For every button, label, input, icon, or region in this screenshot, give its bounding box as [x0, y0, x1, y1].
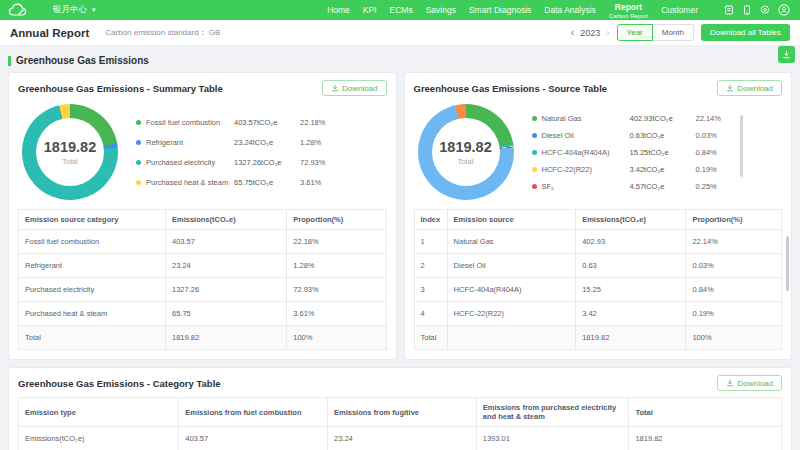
table-cell: 1393.01 — [476, 427, 629, 450]
table-cell: 15.25 — [576, 278, 686, 302]
prev-year-arrow[interactable]: ‹ — [571, 27, 574, 38]
legend-percent: 22.14% — [696, 114, 734, 123]
table-row[interactable]: Refrigerant23.241.28% — [19, 254, 387, 278]
table-row[interactable]: Purchased electricity1327.2672.93% — [19, 278, 387, 302]
table-scrollbar[interactable] — [786, 236, 789, 291]
source-donut-chart[interactable]: 1819.82 Total — [418, 104, 514, 200]
source-download-button[interactable]: Download — [717, 80, 782, 96]
table-row[interactable]: Fossil fuel combustion403.5722.18% — [19, 230, 387, 254]
table-cell: 100% — [686, 326, 782, 350]
year-toggle-button[interactable]: Year — [617, 24, 653, 41]
table-row[interactable]: Emissions(tCO₂e)403.5723.241393.011819.8… — [19, 427, 782, 450]
table-row[interactable]: Total1819.82100% — [19, 326, 387, 350]
legend-percent: 1.28% — [300, 138, 338, 147]
panel-title: Greenhouse Gas Emissions - Category Tabl… — [18, 378, 221, 389]
next-year-arrow[interactable]: › — [606, 27, 609, 38]
donut-total-label: Total — [62, 157, 78, 166]
nav-item-data-analysis[interactable]: Data Analysis — [544, 0, 596, 20]
table-cell: HCFC-404a(R404A) — [447, 278, 576, 302]
table-cell: Total — [19, 326, 166, 350]
table-row[interactable]: Total1819.82100% — [414, 326, 782, 350]
column-header: Emission source category — [19, 210, 166, 230]
column-header: Emissions from fuel combustion — [179, 398, 328, 427]
nav-item-savings[interactable]: Savings — [426, 0, 456, 20]
report-doc-icon[interactable] — [724, 5, 734, 15]
table-row[interactable]: 2Diesel Oil0.630.03% — [414, 254, 782, 278]
carbon-standard: Carbon emission standard： GB — [105, 27, 220, 38]
legend-label: Natural Gas — [542, 114, 630, 123]
download-all-tables-button[interactable]: Download all Tables — [701, 24, 790, 41]
legend-percent: 0.03% — [696, 131, 734, 140]
legend-scrollbar[interactable] — [740, 115, 743, 177]
column-header: Proportion(%) — [287, 210, 386, 230]
legend-item[interactable]: SF₆4.57tCO₂e0.25% — [532, 182, 734, 191]
table-cell: 1.28% — [287, 254, 386, 278]
donut-total-value: 1819.82 — [44, 139, 96, 155]
table-cell: 22.18% — [287, 230, 386, 254]
legend-percent: 3.61% — [300, 178, 338, 187]
legend-percent: 0.84% — [696, 148, 734, 157]
legend-value: 0.63tCO₂e — [630, 131, 696, 140]
summary-donut-chart[interactable]: 1819.82 Total — [22, 104, 118, 200]
table-cell — [447, 326, 576, 350]
column-header: Emissions from purchased electricity and… — [476, 398, 629, 427]
cloud-logo-icon — [8, 3, 34, 17]
nav-item-customer[interactable]: Customer — [661, 0, 698, 20]
brand-name: 银月中心 — [53, 4, 87, 16]
legend-value: 3.42tCO₂e — [630, 165, 696, 174]
column-header: Emissions(tCO₂e) — [576, 210, 686, 230]
legend-percent: 22.18% — [300, 118, 338, 127]
table-row[interactable]: 4HCFC-22(R22)3.420.19% — [414, 302, 782, 326]
nav-item-kpi[interactable]: KPI — [363, 0, 377, 20]
table-row[interactable]: Purchased heat & steam65.753.61% — [19, 302, 387, 326]
summary-download-button[interactable]: Download — [322, 80, 387, 96]
legend-item[interactable]: HCFC-404a(R404A)15.25tCO₂e0.84% — [532, 148, 734, 157]
nav-item-ecms[interactable]: ECMs — [390, 0, 413, 20]
summary-table: Emission source categoryEmissions(tCO₂e)… — [18, 209, 387, 350]
table-cell: Fossil fuel combustion — [19, 230, 166, 254]
table-cell: 22.14% — [686, 230, 782, 254]
year-value: 2023 — [580, 28, 600, 38]
table-cell: Total — [414, 326, 447, 350]
month-toggle-button[interactable]: Month — [653, 24, 694, 41]
table-cell: 0.84% — [686, 278, 782, 302]
legend-item[interactable]: HCFC-22(R22)3.42tCO₂e0.19% — [532, 165, 734, 174]
nav-item-report[interactable]: ReportCarbon Report — [609, 0, 648, 21]
table-cell: 1819.82 — [166, 326, 287, 350]
table-cell: Diesel Oil — [447, 254, 576, 278]
year-navigator: ‹ 2023 › — [571, 27, 610, 38]
legend-item[interactable]: Purchased heat & steam65.75tCO₂e3.61% — [136, 178, 338, 187]
avatar[interactable] — [778, 4, 790, 16]
app-root: 银月中心 ▾ HomeKPIECMsSavingsSmart Diagnosis… — [0, 0, 800, 450]
table-cell: Refrigerant — [19, 254, 166, 278]
legend-value: 1327.26tCO₂e — [234, 158, 300, 167]
legend-item[interactable]: Fossil fuel combustion403.57tCO₂e22.18% — [136, 118, 338, 127]
legend-color-dot — [136, 160, 141, 165]
nav-item-label: Report — [615, 2, 642, 12]
table-header-row: Emission typeEmissions from fuel combust… — [19, 398, 782, 427]
table-cell: 1819.82 — [576, 326, 686, 350]
table-row[interactable]: 3HCFC-404a(R404A)15.250.84% — [414, 278, 782, 302]
org-selector[interactable]: 银月中心 ▾ — [8, 3, 96, 17]
legend-item[interactable]: Purchased electricity1327.26tCO₂e72.93% — [136, 158, 338, 167]
legend-label: HCFC-22(R22) — [542, 165, 630, 174]
legend-item[interactable]: Natural Gas402.93tCO₂e22.14% — [532, 114, 734, 123]
section-header: Greenhouse Gas Emissions — [8, 55, 792, 66]
table-cell: 1327.26 — [166, 278, 287, 302]
table-cell: HCFC-22(R22) — [447, 302, 576, 326]
mobile-icon[interactable] — [742, 5, 752, 15]
download-icon — [331, 84, 339, 92]
page-header: Annual Report Carbon emission standard： … — [0, 20, 800, 46]
nav-item-home[interactable]: Home — [327, 0, 350, 20]
category-download-button[interactable]: Download — [717, 375, 782, 391]
section-download-button[interactable] — [778, 46, 795, 63]
table-cell: 0.19% — [686, 302, 782, 326]
settings-gear-icon[interactable] — [760, 5, 770, 15]
legend-item[interactable]: Refrigerant23.24tCO₂e1.28% — [136, 138, 338, 147]
table-row[interactable]: 1Natural Gas402.9322.14% — [414, 230, 782, 254]
nav-item-smart-diagnosis[interactable]: Smart Diagnosis — [469, 0, 531, 20]
panel-title: Greenhouse Gas Emissions - Summary Table — [18, 83, 223, 94]
report-content: Greenhouse Gas Emissions Greenhouse Gas … — [0, 46, 800, 450]
legend-item[interactable]: Diesel Oil0.63tCO₂e0.03% — [532, 131, 734, 140]
legend-value: 402.93tCO₂e — [630, 114, 696, 123]
